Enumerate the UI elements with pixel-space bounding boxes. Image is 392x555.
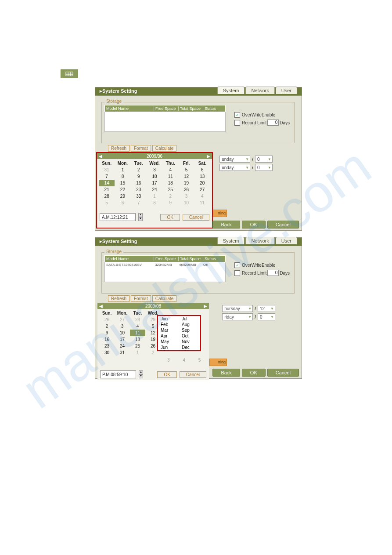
month-option[interactable]: May xyxy=(158,339,179,345)
tab-user[interactable]: User xyxy=(276,87,297,94)
calendar-day[interactable]: 25 xyxy=(130,343,145,349)
month-option[interactable]: Dec xyxy=(179,345,200,350)
month-option[interactable]: Jan xyxy=(158,316,179,322)
month-option[interactable]: Jul xyxy=(179,316,200,322)
time-input[interactable]: P.M.08:59:10 xyxy=(100,370,136,378)
calendar-day[interactable]: 5 xyxy=(178,167,194,173)
next-month-icon[interactable]: ▶ xyxy=(207,154,210,159)
refresh-button[interactable]: Refresh xyxy=(108,145,129,152)
calendar-day[interactable]: 25 xyxy=(162,186,178,193)
refresh-button[interactable]: Refresh xyxy=(108,295,129,302)
calendar-day[interactable]: 2 xyxy=(131,167,147,173)
calendar-day[interactable]: 23 xyxy=(99,343,115,349)
num-select-1[interactable]: 12▼ xyxy=(258,305,275,312)
calendar-day[interactable]: 9 xyxy=(162,200,178,206)
num-select-2[interactable]: 0▼ xyxy=(258,313,275,320)
month-option[interactable]: Jun xyxy=(158,345,179,350)
month-option[interactable]: Feb xyxy=(158,322,179,327)
calendar-day[interactable]: 26 xyxy=(99,316,115,323)
overwrite-checkbox[interactable]: ✓ xyxy=(234,112,240,118)
table-row[interactable]: SATA-0:ST3250410SV 320482MB 465205MB OK xyxy=(105,262,225,267)
month-option[interactable]: Sep xyxy=(179,327,200,333)
calendar-day[interactable]: 3 xyxy=(115,323,130,330)
calendar-day[interactable]: 16 xyxy=(99,336,115,343)
calendar-day[interactable]: 23 xyxy=(131,186,147,193)
calendar-day[interactable]: 31 xyxy=(115,349,130,356)
calendar-day[interactable]: 20 xyxy=(194,180,210,186)
day-select-2[interactable]: unday▼ xyxy=(219,164,250,171)
num-select-2[interactable]: 0▼ xyxy=(255,164,273,171)
prev-month-icon[interactable]: ◀ xyxy=(99,304,103,308)
calendar-day[interactable]: 15 xyxy=(115,180,130,186)
calendar-day[interactable]: 11 xyxy=(162,173,178,180)
time-spinner[interactable]: ▲▼ xyxy=(139,370,143,378)
tab-system[interactable]: System xyxy=(217,87,245,94)
calendar-day[interactable]: 2 xyxy=(162,193,178,200)
calendar-day[interactable]: 27 xyxy=(115,316,130,323)
partial-button[interactable]: tting xyxy=(209,359,227,366)
format-button[interactable]: Format xyxy=(131,295,151,302)
month-option[interactable]: Apr xyxy=(158,333,179,339)
cancel-button[interactable]: Cancel xyxy=(267,221,299,229)
calendar-month-title[interactable]: 2009/06 xyxy=(147,154,162,159)
calendar-day[interactable]: 10 xyxy=(147,173,162,180)
calendar-day[interactable]: 10 xyxy=(178,200,194,206)
calendar-day[interactable]: 9 xyxy=(131,173,147,180)
record-limit-input[interactable]: 0 xyxy=(267,120,279,126)
calculate-button[interactable]: Calculate xyxy=(152,145,177,152)
calendar-day[interactable]: 28 xyxy=(99,193,115,200)
calendar-day[interactable]: 3 xyxy=(147,167,162,173)
calendar-day[interactable]: 17 xyxy=(115,336,130,343)
num-select-1[interactable]: 0▼ xyxy=(255,156,273,163)
calendar-day[interactable]: 3 xyxy=(161,357,176,363)
calendar-day[interactable]: 22 xyxy=(115,186,130,193)
day-select-1[interactable]: hursday▼ xyxy=(222,305,253,312)
tab-network[interactable]: Network xyxy=(245,237,274,244)
format-button[interactable]: Format xyxy=(131,145,151,152)
calendar-day[interactable]: 2 xyxy=(99,323,115,330)
calendar-day[interactable]: 18 xyxy=(130,336,145,343)
calendar-day[interactable]: 11 xyxy=(130,330,145,336)
record-limit-checkbox[interactable] xyxy=(234,270,240,276)
month-option[interactable]: Mar xyxy=(158,327,179,333)
calendar-day[interactable]: 31 xyxy=(99,167,115,173)
calendar-day[interactable]: 30 xyxy=(131,193,147,200)
calendar-day[interactable]: 4 xyxy=(162,167,178,173)
calendar-day[interactable]: 3 xyxy=(178,193,194,200)
calendar-day[interactable]: 11 xyxy=(194,200,210,206)
ok-button[interactable]: OK xyxy=(242,369,266,377)
cancel-button[interactable]: Cancel xyxy=(267,369,299,377)
calendar-day[interactable]: 19 xyxy=(178,180,194,186)
calendar-month-title[interactable]: 2009/08 xyxy=(145,304,161,308)
calendar-day[interactable]: 27 xyxy=(194,186,210,193)
calendar-cancel-button[interactable]: Cancel xyxy=(180,371,206,378)
calendar-day[interactable]: 8 xyxy=(147,200,162,206)
month-option[interactable]: Oct xyxy=(179,333,200,339)
calendar-day[interactable]: 13 xyxy=(194,173,210,180)
calendar-day[interactable]: 6 xyxy=(115,200,130,206)
calendar-day[interactable]: 1 xyxy=(115,167,130,173)
day-select-2[interactable]: riday▼ xyxy=(222,313,253,320)
time-spinner[interactable]: ▲▼ xyxy=(138,213,143,221)
month-option[interactable]: Nov xyxy=(179,339,200,345)
calendar-day[interactable]: 7 xyxy=(99,173,115,180)
calendar-day[interactable]: 29 xyxy=(115,193,130,200)
calendar-day[interactable]: 8 xyxy=(115,173,130,180)
tab-network[interactable]: Network xyxy=(245,87,274,94)
calendar-day[interactable]: 28 xyxy=(130,316,145,323)
calendar-day[interactable]: 9 xyxy=(99,330,115,336)
calendar-day[interactable]: 12 xyxy=(178,173,194,180)
back-button[interactable]: Back xyxy=(212,221,240,229)
calendar-day[interactable]: 30 xyxy=(99,349,115,356)
calendar-day[interactable]: 10 xyxy=(115,330,130,336)
back-button[interactable]: Back xyxy=(212,369,240,377)
record-limit-checkbox[interactable] xyxy=(234,120,240,126)
calendar-day[interactable]: 6 xyxy=(194,167,210,173)
tab-user[interactable]: User xyxy=(276,237,297,244)
calendar-day[interactable]: 21 xyxy=(99,186,115,193)
calendar-day[interactable]: 24 xyxy=(147,186,162,193)
calendar-day[interactable]: 7 xyxy=(131,200,147,206)
calendar-day[interactable]: 17 xyxy=(147,180,162,186)
prev-month-icon[interactable]: ◀ xyxy=(99,154,102,159)
day-select-1[interactable]: unday▼ xyxy=(219,156,250,163)
